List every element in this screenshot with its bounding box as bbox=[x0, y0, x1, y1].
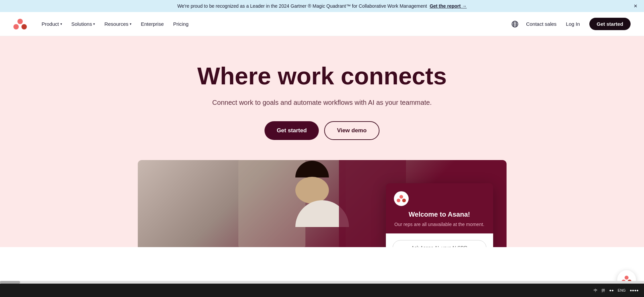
chat-widget: Welcome to Asana! Our reps are all unava… bbox=[386, 183, 493, 247]
svg-point-10 bbox=[402, 199, 406, 202]
hero-image-area: Welcome to Asana! Our reps are all unava… bbox=[138, 160, 507, 247]
logo-link[interactable] bbox=[13, 18, 27, 30]
hero-heading: Where work connects bbox=[171, 63, 473, 89]
nav-resources[interactable]: Resources ▾ bbox=[100, 18, 135, 29]
svg-point-0 bbox=[17, 19, 23, 24]
banner-close-button[interactable]: × bbox=[634, 3, 637, 9]
chevron-down-icon: ▾ bbox=[93, 22, 95, 26]
main-nav: Product ▾ Solutions ▾ Resources ▾ Enterp… bbox=[0, 12, 644, 36]
announcement-banner: We're proud to be recognized as a Leader… bbox=[0, 0, 644, 12]
hero-get-started-button[interactable]: Get started bbox=[265, 121, 319, 140]
chat-title: Welcome to Asana! bbox=[394, 211, 485, 218]
chat-ai-button[interactable]: Ask Asana AI, your AI SDR bbox=[393, 240, 486, 247]
chat-body: Ask Asana AI, your AI SDR In accordance … bbox=[386, 233, 493, 247]
chat-asana-logo bbox=[394, 191, 409, 206]
nav-enterprise[interactable]: Enterprise bbox=[137, 18, 168, 29]
chat-header: Welcome to Asana! Our reps are all unava… bbox=[386, 183, 493, 233]
asana-logo-icon bbox=[13, 18, 27, 30]
language-selector-button[interactable] bbox=[509, 18, 521, 30]
nav-solutions[interactable]: Solutions ▾ bbox=[67, 18, 99, 29]
hero-section: Where work connects Connect work to goal… bbox=[0, 36, 644, 247]
hero-view-demo-button[interactable]: View demo bbox=[324, 121, 379, 140]
globe-icon bbox=[511, 20, 519, 28]
svg-point-9 bbox=[397, 199, 400, 202]
chat-logo-icon bbox=[397, 195, 406, 203]
nav-pricing[interactable]: Pricing bbox=[169, 18, 193, 29]
nav-get-started-button[interactable]: Get started bbox=[589, 18, 631, 30]
chat-subtitle: Our reps are all unavailable at the mome… bbox=[394, 221, 485, 228]
contact-sales-button[interactable]: Contact sales bbox=[526, 21, 557, 27]
login-button[interactable]: Log In bbox=[562, 18, 584, 29]
svg-point-8 bbox=[399, 195, 403, 199]
chevron-down-icon: ▾ bbox=[130, 22, 131, 26]
hero-subheading: Connect work to goals and automate workf… bbox=[7, 99, 637, 106]
chevron-down-icon: ▾ bbox=[60, 22, 62, 26]
nav-links: Product ▾ Solutions ▾ Resources ▾ Enterp… bbox=[38, 18, 509, 29]
hero-cta-buttons: Get started View demo bbox=[7, 121, 637, 140]
nav-right: Contact sales Log In Get started bbox=[509, 18, 631, 30]
banner-link[interactable]: Get the report → bbox=[430, 3, 467, 9]
svg-point-1 bbox=[13, 24, 19, 29]
nav-product[interactable]: Product ▾ bbox=[38, 18, 66, 29]
svg-point-2 bbox=[21, 24, 27, 29]
banner-text: We're proud to be recognized as a Leader… bbox=[177, 3, 427, 9]
